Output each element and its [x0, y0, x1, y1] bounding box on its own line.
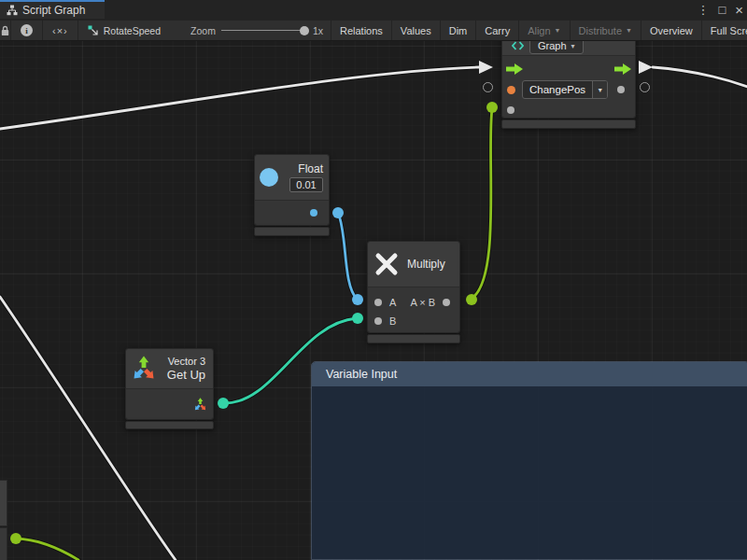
code-icon: ‹×›: [52, 25, 68, 36]
zoom-slider-track[interactable]: [221, 30, 307, 31]
lock-button[interactable]: [0, 21, 11, 40]
wire-control-in: [0, 67, 479, 129]
relations-button[interactable]: Relations: [331, 21, 392, 40]
node-multiply[interactable]: Multiply A A × B B: [367, 241, 460, 333]
variable-name-row: ChangePos ▼: [502, 79, 635, 100]
unconnected-ring-left[interactable]: [483, 82, 493, 92]
breadcrumb-label: RotateSpeed: [104, 25, 161, 36]
endpoint-float-out[interactable]: [332, 207, 344, 218]
zoom-control: Zoom 1x: [177, 21, 331, 40]
unconnected-ring-right[interactable]: [640, 82, 650, 92]
variable-name-port[interactable]: [507, 86, 515, 94]
multiply-result-port[interactable]: [443, 299, 450, 306]
endpoint-vector3-out[interactable]: [218, 398, 229, 409]
output-value-port[interactable]: [617, 86, 625, 93]
endpoint-offscreen-out[interactable]: [10, 533, 21, 544]
offscreen-node[interactable]: [0, 480, 7, 526]
chevron-down-icon: ▼: [592, 81, 607, 98]
button-label: Dim: [449, 25, 468, 36]
multiply-b-port[interactable]: [374, 317, 382, 325]
overview-button[interactable]: Overview: [641, 21, 702, 40]
multiply-a-port[interactable]: [374, 299, 382, 306]
node-footer: [254, 227, 330, 236]
flow-wire-arrow-in: [479, 61, 493, 74]
endpoint-multiply-out[interactable]: [466, 294, 477, 305]
endpoint-multiply-a[interactable]: [352, 294, 363, 305]
input-value-port[interactable]: [507, 106, 514, 114]
flow-input-arrow-icon[interactable]: [506, 63, 523, 75]
dim-button[interactable]: Dim: [441, 21, 477, 40]
node-title: Multiply: [407, 258, 445, 271]
chevron-down-icon: ▾: [571, 42, 575, 50]
graph-icon: [512, 41, 524, 50]
zoom-slider-knob[interactable]: [300, 26, 309, 35]
zoom-value: 1x: [313, 25, 323, 36]
wire-control-out-shadow: [653, 67, 747, 87]
flow-output-arrow-icon[interactable]: [614, 63, 631, 75]
flow-row: [502, 59, 635, 79]
distribute-button[interactable]: Distribute ▼: [571, 21, 641, 40]
button-label: Relations: [340, 25, 383, 36]
wire-multiply-to-setvariable-shadow: [472, 108, 492, 299]
close-icon[interactable]: ×: [735, 0, 743, 21]
menu-icon[interactable]: ⋮: [697, 0, 709, 21]
port-label-result: A × B: [410, 297, 435, 308]
node-footer: [501, 119, 636, 129]
float-icon: [260, 168, 278, 187]
wire-vector3-to-multiply: [223, 318, 357, 403]
variable-name-dropdown[interactable]: ChangePos ▼: [522, 80, 608, 99]
node-footer: [367, 334, 460, 343]
wire-bottom-left-shadow: [16, 539, 78, 560]
node-footer: [125, 421, 214, 429]
graph-toolbar: i ‹×› RotateSpeed Zoom 1x Relations Valu…: [0, 21, 747, 41]
button-label: Align: [528, 25, 550, 36]
button-label: Full Screen: [711, 25, 747, 36]
node-vector3-get-up[interactable]: Vector 3 Get Up: [125, 348, 214, 420]
multiply-icon: [374, 251, 400, 277]
flow-wire-arrow-out: [639, 61, 653, 74]
port-label-b: B: [389, 315, 396, 327]
vector3-icon: [131, 356, 157, 382]
chevron-down-icon: ▼: [626, 27, 632, 34]
button-label: Values: [401, 25, 431, 36]
maximize-icon[interactable]: □: [718, 0, 726, 21]
button-label: Distribute: [579, 25, 622, 36]
button-label: Carry: [485, 25, 510, 36]
lock-icon: [0, 25, 10, 36]
tab-title: Script Graph: [22, 4, 85, 17]
breadcrumb[interactable]: RotateSpeed: [78, 21, 170, 40]
input-value-row: [502, 100, 635, 119]
info-icon: i: [21, 24, 33, 36]
script-graph-icon: [7, 5, 18, 16]
endpoint-setvariable-value[interactable]: [486, 102, 498, 113]
float-value-field[interactable]: 0.01: [289, 177, 323, 192]
offscreen-node-body[interactable]: [0, 527, 7, 560]
window-controls: ⋮ □ ×: [697, 0, 743, 21]
float-output-port[interactable]: [310, 209, 317, 217]
graph-breadcrumb-icon: [88, 25, 99, 36]
variable-kind-label: Graph: [538, 40, 567, 51]
node-float[interactable]: Float 0.01: [254, 154, 330, 226]
values-button[interactable]: Values: [392, 21, 441, 40]
zoom-label: Zoom: [190, 25, 216, 36]
variable-name-value: ChangePos: [523, 81, 592, 98]
vector3-output-port[interactable]: [193, 398, 207, 412]
carry-button[interactable]: Carry: [476, 21, 519, 40]
tab-script-graph[interactable]: Script Graph: [0, 0, 105, 19]
node-title: Float: [298, 162, 323, 175]
tab-bar: Script Graph ⋮ □ ×: [0, 0, 747, 21]
info-button[interactable]: i: [11, 21, 43, 40]
fullscreen-button[interactable]: Full Screen: [702, 21, 747, 40]
endpoint-multiply-b[interactable]: [352, 313, 363, 324]
chevron-down-icon: ▼: [555, 27, 561, 34]
button-label: Overview: [650, 25, 693, 36]
code-view-button[interactable]: ‹×›: [43, 21, 78, 40]
script-graph-window: Variable Input: [0, 0, 747, 560]
node-title: Vector 3: [168, 356, 205, 367]
node-subtitle: Get Up: [167, 368, 205, 382]
align-button[interactable]: Align ▼: [519, 21, 570, 40]
port-label-a: A: [389, 297, 396, 308]
zoom-slider[interactable]: [221, 26, 307, 35]
